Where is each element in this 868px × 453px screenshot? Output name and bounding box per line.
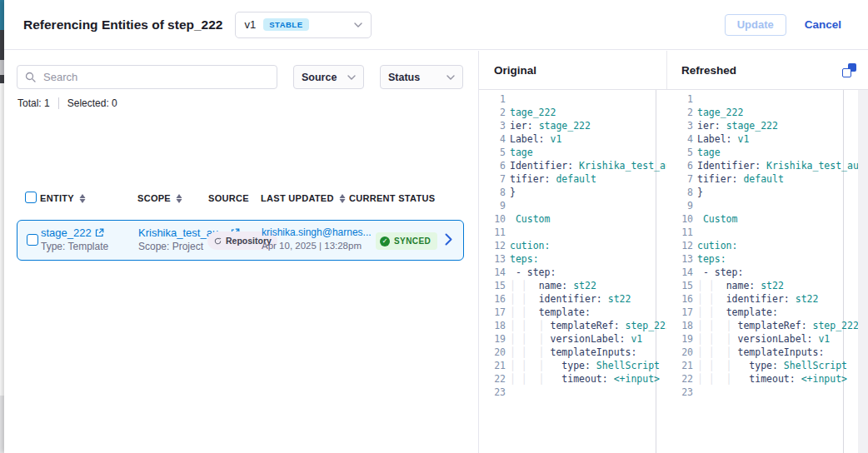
updated-at: Apr 10, 2025 | 13:28pm (262, 241, 372, 251)
column-header-entity[interactable]: ENTITY (40, 193, 86, 203)
code-line (510, 92, 666, 106)
code-line (510, 226, 666, 239)
code-line: cution: (510, 239, 666, 252)
cancel-button[interactable]: Cancel (805, 18, 841, 31)
chevron-down-icon (446, 75, 455, 80)
code-line: Label: v1 (510, 132, 666, 146)
source-filter-dropdown[interactable]: Source (293, 65, 364, 89)
line-number: 20 (479, 346, 506, 359)
row-checkbox[interactable] (27, 234, 38, 246)
table-row[interactable]: stage_222 Type: Template Krishika_test_a… (17, 220, 464, 261)
line-number: 2 (666, 106, 693, 119)
code-line: Label: v1 (697, 132, 868, 146)
line-number: 8 (666, 186, 693, 199)
line-number: 22 (666, 372, 693, 386)
line-number: 18 (666, 319, 693, 332)
line-number: 2 (479, 106, 506, 119)
code-line: - step: (510, 266, 666, 279)
line-number: 14 (666, 266, 693, 279)
line-number: 12 (479, 239, 506, 252)
code-line: Custom (697, 212, 868, 226)
version-select[interactable]: v1 STABLE (235, 12, 372, 38)
original-title: Original (494, 64, 536, 77)
code-line: } (510, 186, 666, 199)
code-line (697, 199, 868, 212)
line-number: 6 (479, 159, 506, 172)
total-count: Total: 1 (17, 97, 50, 109)
column-header-scope[interactable]: SCOPE (137, 193, 182, 203)
selected-count: Selected: 0 (67, 97, 117, 109)
updated-by-link[interactable]: krishika.singh@harnes... (262, 226, 372, 238)
column-header-last-updated[interactable]: LAST UPDATED (261, 193, 346, 203)
totals-bar: Total: 1 Selected: 0 (17, 97, 117, 109)
code-line: │ │ identifier: st22 (510, 292, 666, 306)
chevron-right-icon[interactable] (445, 233, 452, 246)
search-icon (25, 72, 36, 82)
code-line: │ │ │ templateInputs: (510, 346, 666, 359)
code-content: tage_222ier: stage_222Label: v1tageIdent… (697, 92, 868, 399)
code-line: tage (697, 146, 868, 159)
code-line: - step: (697, 266, 868, 279)
line-number: 13 (666, 252, 693, 266)
line-number: 7 (666, 172, 693, 186)
code-line: Custom (510, 212, 666, 226)
column-header-source: SOURCE (208, 193, 249, 203)
line-number: 22 (479, 372, 506, 386)
search-box[interactable] (17, 65, 277, 89)
code-line: │ │ template: (697, 306, 868, 319)
search-input[interactable] (42, 70, 269, 84)
line-number: 17 (479, 306, 506, 319)
code-line: teps: (697, 252, 868, 266)
code-line: │ │ name: st22 (697, 279, 868, 292)
line-number: 11 (666, 226, 693, 239)
select-all-checkbox[interactable] (25, 192, 37, 203)
line-number: 5 (666, 146, 693, 159)
check-icon: ✓ (380, 236, 390, 246)
line-number: 4 (479, 132, 506, 146)
line-number: 3 (479, 119, 506, 132)
repository-icon (213, 236, 222, 246)
code-line (510, 386, 666, 399)
refreshed-code-editor[interactable]: 1234567891011121314151617181920212223 ta… (666, 89, 868, 453)
line-number: 20 (666, 346, 693, 359)
line-number-gutter: 1234567891011121314151617181920212223 (666, 92, 693, 399)
code-line: │ │ │ templateRef: step_222 (697, 319, 868, 332)
line-number: 23 (479, 386, 506, 399)
line-number: 8 (479, 186, 506, 199)
entity-type: Type: Template (41, 241, 108, 252)
line-number: 15 (479, 279, 506, 292)
line-number: 15 (666, 279, 693, 292)
line-number: 19 (666, 332, 693, 346)
code-line: │ │ template: (510, 306, 666, 319)
code-line (697, 92, 868, 106)
code-line (510, 199, 666, 212)
last-updated-cell: krishika.singh@harnes... Apr 10, 2025 | … (262, 226, 372, 251)
scrollbar-track[interactable] (858, 90, 868, 453)
code-line: │ │ identifier: st22 (697, 292, 868, 306)
entities-pane: Source Status Total: 1 Selected: 0 ENT (4, 51, 479, 453)
refreshed-title: Refreshed (681, 64, 736, 77)
entity-link[interactable]: stage_222 (41, 226, 92, 239)
status-badge: ✓ SYNCED (376, 232, 437, 250)
modal-header: Referencing Entities of step_222 v1 STAB… (4, 0, 868, 50)
line-number: 1 (666, 92, 693, 106)
code-line: │ │ name: st22 (510, 279, 666, 292)
code-line: │ │ │ type: ShellScript (697, 359, 868, 372)
copy-icon[interactable] (842, 63, 856, 77)
table-header: ENTITY SCOPE SOURCE (4, 191, 478, 209)
code-line: │ │ │ timeout: <+input> (510, 372, 666, 386)
line-number: 4 (666, 132, 693, 146)
line-number: 16 (666, 292, 693, 306)
code-content: tage_222ier: stage_222Label: v1tageIdent… (510, 92, 666, 399)
yaml-diff-pane: Original 1234567891011121314151617181920… (479, 51, 868, 453)
chevron-down-icon (354, 22, 362, 27)
status-filter-label: Status (388, 72, 420, 83)
status-filter-dropdown[interactable]: Status (380, 65, 463, 89)
sort-icon (176, 194, 182, 203)
refreshed-panel: Refreshed 123456789101112131415161718192… (666, 51, 868, 453)
divider (58, 97, 59, 109)
line-number: 11 (479, 226, 506, 239)
external-link-icon[interactable] (95, 228, 104, 237)
original-code-editor[interactable]: 1234567891011121314151617181920212223 ta… (479, 89, 666, 453)
update-button[interactable]: Update (725, 14, 786, 36)
